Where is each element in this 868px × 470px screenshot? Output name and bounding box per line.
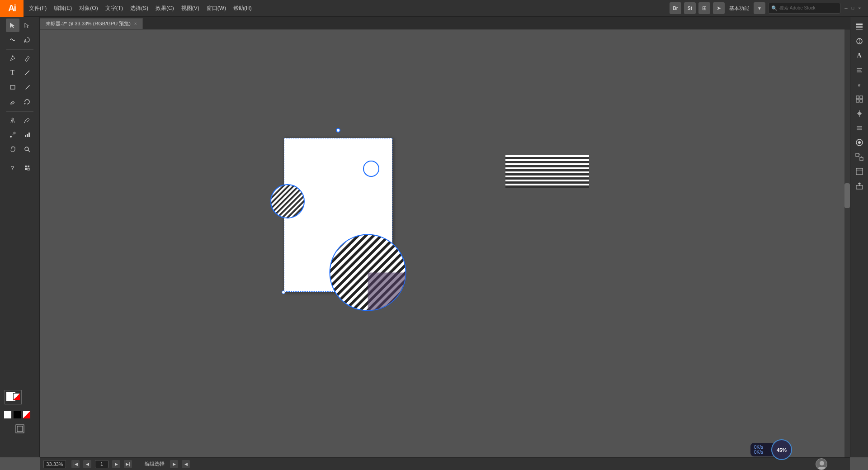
misc-tool[interactable]: [20, 161, 34, 175]
puppet-warp-tool[interactable]: [6, 114, 19, 127]
touch-type-btn[interactable]: [853, 107, 866, 120]
lasso-tool[interactable]: [20, 33, 34, 47]
svg-line-14: [28, 150, 30, 152]
grid-button[interactable]: ⊞: [698, 2, 710, 14]
rectangle-tool[interactable]: [6, 81, 19, 94]
menu-help[interactable]: 帮助(H): [230, 0, 255, 17]
align-panel-btn[interactable]: [853, 122, 866, 134]
minimize-button[interactable]: ─: [843, 5, 849, 11]
document-tab[interactable]: 未标题-2* @ 33.33% (RGB/GPU 预览) ×: [40, 18, 143, 29]
bridge-button[interactable]: Br: [670, 2, 681, 14]
vertical-scrollbar[interactable]: [844, 29, 850, 457]
stock-button[interactable]: St: [684, 2, 696, 14]
tool-row-type: T: [6, 66, 34, 80]
close-button[interactable]: ×: [857, 5, 863, 11]
fill-black-box[interactable]: [13, 411, 21, 419]
svg-line-2: [25, 71, 29, 75]
libraries-panel-btn[interactable]: [853, 93, 866, 105]
svg-rect-33: [505, 161, 589, 163]
small-circle-outline[interactable]: [363, 161, 379, 177]
pencil-tool[interactable]: [20, 52, 34, 65]
warp-tool[interactable]: [6, 33, 19, 47]
svg-line-9: [12, 134, 14, 136]
svg-rect-11: [27, 134, 28, 137]
selection-handle-top-center[interactable]: [336, 128, 340, 133]
svg-rect-57: [856, 153, 859, 157]
user-avatar[interactable]: [816, 458, 827, 470]
stroke-fill-preview[interactable]: [5, 390, 22, 404]
pen-tool[interactable]: [6, 52, 19, 65]
status-back-btn[interactable]: ◀: [182, 460, 190, 468]
svg-rect-63: [856, 185, 863, 189]
last-page-btn[interactable]: ▶|: [124, 460, 132, 468]
menu-object[interactable]: 对象(O): [75, 0, 101, 17]
status-arrow-btn[interactable]: ▶: [170, 460, 178, 468]
menu-file[interactable]: 文件(F): [25, 0, 50, 17]
svg-rect-61: [856, 168, 863, 175]
direct-selection-tool[interactable]: [20, 19, 34, 32]
properties-panel-btn[interactable]: [853, 35, 866, 47]
svg-rect-48: [860, 96, 863, 99]
svg-rect-15: [25, 166, 27, 167]
frame-tool-btn[interactable]: [13, 422, 27, 436]
appearance-panel-btn[interactable]: [853, 136, 866, 149]
bottombar: |◀ ◀ ▶ ▶| 编组选择 ▶ ◀ 0K/s 0K/s 45%: [40, 457, 850, 470]
fill-none-box[interactable]: [23, 411, 31, 419]
menu-select[interactable]: 选择(S): [127, 0, 152, 17]
large-striped-circle[interactable]: [328, 233, 407, 312]
transform-panel-btn[interactable]: [853, 151, 866, 163]
workspace-dropdown[interactable]: ▼: [754, 2, 765, 14]
paintbrush-tool[interactable]: [20, 81, 34, 94]
blend-tool[interactable]: [6, 128, 19, 142]
character-panel-btn[interactable]: A: [853, 49, 866, 62]
menu-view[interactable]: 视图(V): [178, 0, 203, 17]
eyedropper-tool[interactable]: [20, 114, 34, 127]
selection-handle-bottom-left[interactable]: [282, 290, 285, 294]
arrow-button[interactable]: ➤: [713, 2, 725, 14]
frame-tool[interactable]: [13, 422, 27, 436]
stock-search[interactable]: 🔍 搜索 Adobe Stock: [768, 3, 840, 14]
menu-window[interactable]: 窗口(W): [203, 0, 230, 17]
tool-row-warp: [6, 33, 34, 47]
chart-tool[interactable]: [20, 128, 34, 142]
svg-rect-17: [25, 168, 27, 170]
stroke-fill-box[interactable]: [13, 393, 20, 400]
menu-effect[interactable]: 效果(C): [152, 0, 178, 17]
tool-row-shape: [6, 81, 34, 94]
page-number-input[interactable]: [95, 460, 108, 468]
maximize-button[interactable]: □: [850, 5, 856, 11]
rotate-tool[interactable]: [20, 95, 34, 109]
artboards-panel-btn[interactable]: [853, 165, 866, 178]
asset-export-btn[interactable]: [853, 180, 866, 192]
zoom-tool[interactable]: [20, 142, 34, 156]
layers-panel-btn[interactable]: [853, 20, 866, 33]
tab-close-button[interactable]: ×: [134, 21, 137, 26]
search-placeholder: 搜索 Adobe Stock: [779, 5, 815, 11]
svg-rect-16: [28, 166, 29, 167]
zoom-input[interactable]: [43, 460, 66, 468]
small-striped-circle[interactable]: [269, 183, 306, 219]
line-tool[interactable]: [20, 66, 34, 80]
svg-point-43: [857, 38, 862, 44]
menu-edit[interactable]: 编辑(E): [50, 0, 75, 17]
question-tool[interactable]: ?: [6, 161, 19, 175]
svg-rect-40: [856, 24, 863, 25]
selection-tool[interactable]: [6, 19, 19, 32]
svg-rect-3: [10, 85, 15, 89]
search-icon: 🔍: [771, 5, 778, 11]
svg-rect-36: [505, 173, 589, 176]
eraser-tool[interactable]: [6, 95, 19, 109]
scrollbar-thumb[interactable]: [844, 183, 850, 208]
hand-tool[interactable]: [6, 142, 19, 156]
type-glyph-btn[interactable]: a: [853, 78, 866, 91]
paragraph-panel-btn[interactable]: [853, 64, 866, 76]
menu-text[interactable]: 文字(T): [102, 0, 127, 17]
next-page-btn[interactable]: ▶: [112, 460, 120, 468]
type-tool[interactable]: T: [6, 66, 19, 80]
first-page-btn[interactable]: |◀: [71, 460, 80, 468]
fill-white-box[interactable]: [4, 411, 12, 419]
zoom-circle-display[interactable]: 45%: [770, 438, 793, 461]
tool-row-puppet: [6, 114, 34, 127]
title-right-controls: Br St ⊞ ➤ 基本功能 ▼ 🔍 搜索 Adobe Stock ─ □ ×: [670, 2, 868, 14]
prev-page-btn[interactable]: ◀: [83, 460, 91, 468]
